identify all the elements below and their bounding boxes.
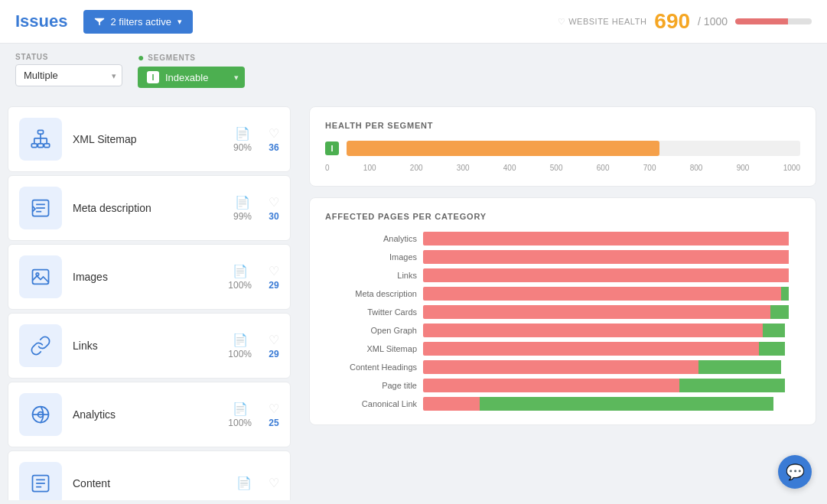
affected-label: Open Graph xyxy=(325,326,417,335)
affected-row: XML Sitemap xyxy=(325,342,800,356)
status-select[interactable]: Multiple xyxy=(15,64,122,86)
heart-icon: ♡ xyxy=(269,476,279,490)
list-item-content[interactable]: Content 📄 ♡ xyxy=(8,450,291,500)
affected-bar-red xyxy=(423,342,759,356)
indexable-badge: I xyxy=(147,71,159,83)
health-score: 690 xyxy=(654,9,690,34)
list-item-links[interactable]: Links 📄 100% ♡ 29 xyxy=(8,313,291,379)
chat-icon: 💬 xyxy=(786,463,805,481)
affected-label: Links xyxy=(325,271,417,280)
affected-label: Content Headings xyxy=(325,363,417,372)
affected-bar-red xyxy=(423,232,789,245)
health-chart-title: HEALTH PER SEGMENT xyxy=(325,121,800,130)
segments-label: ● SEGMENTS xyxy=(138,51,245,63)
doc-icon: 📄 xyxy=(236,476,252,490)
filters-row: STATUS Multiple ● SEGMENTS I Indexable xyxy=(0,44,827,96)
content-stats: 📄 xyxy=(236,476,252,492)
list-item-xml-sitemap[interactable]: XML Sitemap 📄 90% ♡ 36 xyxy=(8,106,291,172)
xml-sitemap-pct: 90% xyxy=(233,142,252,153)
analytics-icon xyxy=(30,404,51,425)
xml-sitemap-heart-count: 36 xyxy=(269,142,278,153)
page-title: Issues xyxy=(15,11,68,31)
affected-bars xyxy=(423,397,800,411)
links-heart: ♡ 29 xyxy=(269,333,279,359)
health-section: ♡ WEBSITE HEALTH 690 / 1000 xyxy=(558,9,812,34)
xml-sitemap-stats: 📄 90% xyxy=(233,126,252,153)
status-select-wrapper: Multiple xyxy=(15,64,122,86)
page-header: Issues 2 filters active ▾ ♡ WEBSITE HEAL… xyxy=(0,0,827,44)
affected-bar-red xyxy=(423,305,770,319)
chevron-down-icon: ▾ xyxy=(177,17,182,27)
segment-bar-fill xyxy=(347,141,659,156)
links-stats: 📄 100% xyxy=(228,333,252,359)
list-item-analytics[interactable]: Analytics 📄 100% ♡ 25 xyxy=(8,382,291,447)
affected-label: Twitter Cards xyxy=(325,307,417,317)
affected-label: Analytics xyxy=(325,234,417,243)
affected-row: Meta description xyxy=(325,287,800,301)
affected-label: Page title xyxy=(325,381,417,390)
meta-description-icon-bg xyxy=(19,187,62,229)
list-item-images[interactable]: Images 📄 100% ♡ 29 xyxy=(8,244,291,310)
health-progress-bar xyxy=(735,18,812,24)
health-segment-bar: I xyxy=(325,141,800,156)
affected-row: Links xyxy=(325,268,800,282)
chat-bubble[interactable]: 💬 xyxy=(778,455,812,489)
meta-description-stats: 📄 99% xyxy=(233,195,252,222)
content-label: Content xyxy=(73,477,226,489)
analytics-heart: ♡ 25 xyxy=(269,402,279,428)
segments-badge[interactable]: I Indexable xyxy=(138,67,245,88)
analytics-heart-count: 25 xyxy=(269,418,278,428)
list-item-meta-description[interactable]: Meta description 📄 99% ♡ 30 xyxy=(8,175,291,241)
affected-bar-red xyxy=(423,287,781,301)
doc-icon: 📄 xyxy=(235,195,250,210)
affected-bar-green xyxy=(759,342,786,356)
affected-bar-green xyxy=(480,397,774,411)
images-label: Images xyxy=(73,271,217,283)
segments-dropdown-wrap[interactable]: I Indexable xyxy=(138,67,245,88)
status-label: STATUS xyxy=(15,53,122,61)
axis-labels: 0 100 200 300 400 500 600 700 800 900 10… xyxy=(325,164,800,172)
svg-rect-3 xyxy=(44,144,50,148)
meta-description-heart: ♡ 30 xyxy=(269,195,279,222)
segments-dot: ● xyxy=(138,51,145,63)
main-content: XML Sitemap 📄 90% ♡ 36 Meta de xyxy=(0,96,827,500)
svg-point-14 xyxy=(36,273,39,276)
doc-icon: 📄 xyxy=(235,126,250,141)
heart-icon: ♡ xyxy=(558,17,566,27)
affected-label: XML Sitemap xyxy=(325,344,417,353)
doc-icon: 📄 xyxy=(233,402,248,416)
affected-row: Twitter Cards xyxy=(325,305,800,319)
affected-bars xyxy=(423,232,800,245)
affected-bars xyxy=(423,379,800,392)
affected-row: Open Graph xyxy=(325,324,800,337)
affected-bar-red xyxy=(423,324,763,337)
svg-rect-1 xyxy=(31,144,37,148)
affected-bar-red xyxy=(423,360,698,374)
svg-rect-2 xyxy=(38,144,44,148)
analytics-stats: 📄 100% xyxy=(228,402,252,428)
health-per-segment-card: HEALTH PER SEGMENT I 0 100 200 300 400 5… xyxy=(309,106,816,187)
affected-row: Analytics xyxy=(325,232,800,245)
affected-bar-green xyxy=(698,360,781,374)
xml-sitemap-label: XML Sitemap xyxy=(73,133,223,145)
affected-bars xyxy=(423,287,800,301)
affected-bar-green xyxy=(781,287,789,301)
link-icon xyxy=(30,335,51,356)
heart-icon: ♡ xyxy=(269,264,279,278)
heart-icon: ♡ xyxy=(269,402,279,416)
links-icon-bg xyxy=(19,324,62,367)
segment-badge-i: I xyxy=(325,141,339,155)
xml-sitemap-icon-bg xyxy=(19,118,62,161)
images-icon-bg xyxy=(19,255,62,298)
affected-bars xyxy=(423,360,800,374)
doc-icon: 📄 xyxy=(233,264,248,278)
status-filter-group: STATUS Multiple xyxy=(15,53,122,86)
heart-icon: ♡ xyxy=(269,333,279,347)
filter-button[interactable]: 2 filters active ▾ xyxy=(83,10,193,34)
meta-description-heart-count: 30 xyxy=(269,211,278,222)
affected-bar-green xyxy=(770,305,790,319)
images-pct: 100% xyxy=(228,280,252,291)
heart-icon: ♡ xyxy=(269,126,279,141)
affected-bars xyxy=(423,342,800,356)
xml-sitemap-heart: ♡ 36 xyxy=(269,126,279,153)
